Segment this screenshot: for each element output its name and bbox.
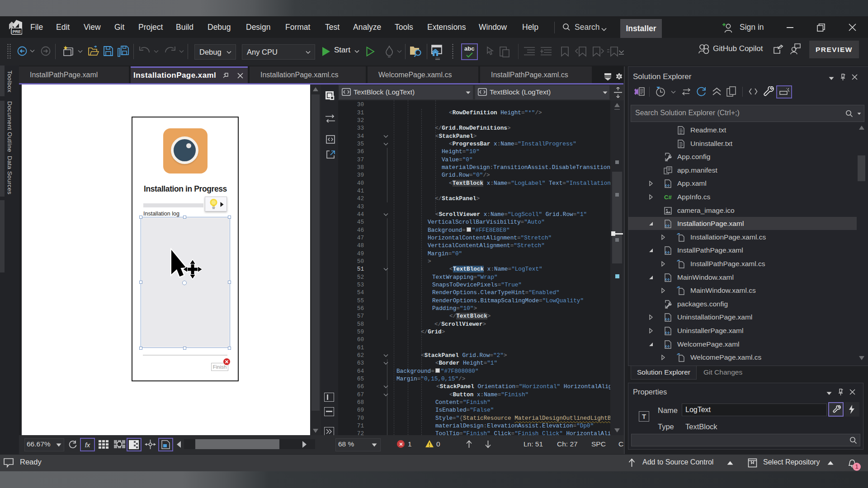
svg-text:C#: C# (664, 194, 672, 201)
svg-text:PRE: PRE (13, 29, 21, 34)
